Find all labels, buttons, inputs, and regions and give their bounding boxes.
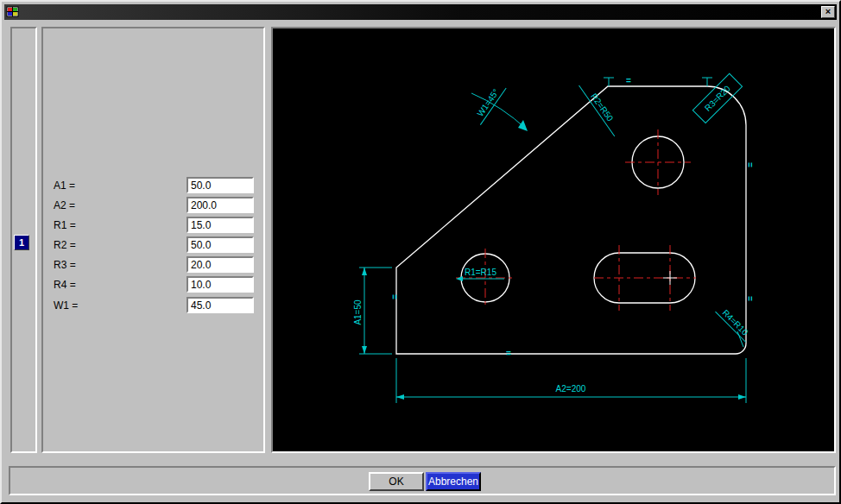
param-input-r3[interactable] xyxy=(187,256,254,273)
param-row-a1: A1 = xyxy=(43,177,263,195)
parameter-panel: A1 = A2 = R1 = R2 = R3 = R4 = W1 = xyxy=(41,27,265,453)
footer-bar: OK Abbrechen xyxy=(9,466,836,495)
cancel-button[interactable]: Abbrechen xyxy=(426,472,481,491)
param-label-r3: R3 = xyxy=(54,259,76,271)
constraint-eq-top: = xyxy=(626,76,631,85)
cad-preview-drawing: A1=50 A2=200 W1=45° R2=R50 R3=R20 R4=R10… xyxy=(273,28,834,451)
param-input-a1[interactable] xyxy=(187,177,254,193)
constraint-eq-left: = xyxy=(389,294,399,299)
cad-preview-panel: A1=50 A2=200 W1=45° R2=R50 R3=R20 R4=R10… xyxy=(271,27,836,453)
constraint-eq-bottom: = xyxy=(506,349,511,358)
param-input-w1[interactable] xyxy=(187,297,254,313)
param-input-r1[interactable] xyxy=(187,217,254,233)
param-row-r1: R1 = xyxy=(43,217,263,235)
param-row-a2: A2 = xyxy=(43,197,263,215)
param-input-a2[interactable] xyxy=(187,197,254,213)
ok-button[interactable]: OK xyxy=(369,472,424,491)
param-label-r2: R2 = xyxy=(54,239,76,251)
param-label-r4: R4 = xyxy=(54,279,76,291)
dim-r2-group: R2=R50 xyxy=(579,79,624,136)
app-icon xyxy=(6,6,20,18)
constraint-eq-right-top: = xyxy=(745,162,755,167)
param-label-r1: R1 = xyxy=(54,219,76,231)
param-label-a2: A2 = xyxy=(54,199,75,211)
dim-w1-group: W1=45° xyxy=(471,82,506,125)
dim-r1-group: R1=R15 xyxy=(463,268,504,279)
param-row-r4: R4 = xyxy=(43,276,263,294)
param-label-w1: W1 = xyxy=(54,299,78,312)
titlebar[interactable]: × xyxy=(4,4,837,20)
variant-selector-strip: 1 xyxy=(10,27,37,453)
parameter-dialog-window: × 1 A1 = A2 = R1 = R2 = R3 = R4 = xyxy=(0,0,841,504)
param-input-r2[interactable] xyxy=(187,236,254,253)
param-row-w1: W1 = xyxy=(43,297,263,315)
dim-r4-group: R4=R10 xyxy=(715,304,754,343)
constraint-eq-right-bottom: = xyxy=(745,296,755,301)
param-row-r2: R2 = xyxy=(43,236,263,255)
center-lines xyxy=(456,129,696,311)
dim-a1-group: A1=50 xyxy=(353,299,363,325)
close-icon[interactable]: × xyxy=(821,6,835,18)
param-input-r4[interactable] xyxy=(187,276,254,293)
slot-center-cross xyxy=(663,271,677,285)
param-row-r3: R3 = xyxy=(43,256,263,274)
dim-label-a2: A2=200 xyxy=(556,384,586,394)
dim-label-a1: A1=50 xyxy=(353,299,363,325)
part-outline xyxy=(396,86,746,354)
dim-label-r1: R1=R15 xyxy=(465,268,496,277)
variant-item-1[interactable]: 1 xyxy=(14,235,29,250)
param-label-a1: A1 = xyxy=(54,180,75,192)
